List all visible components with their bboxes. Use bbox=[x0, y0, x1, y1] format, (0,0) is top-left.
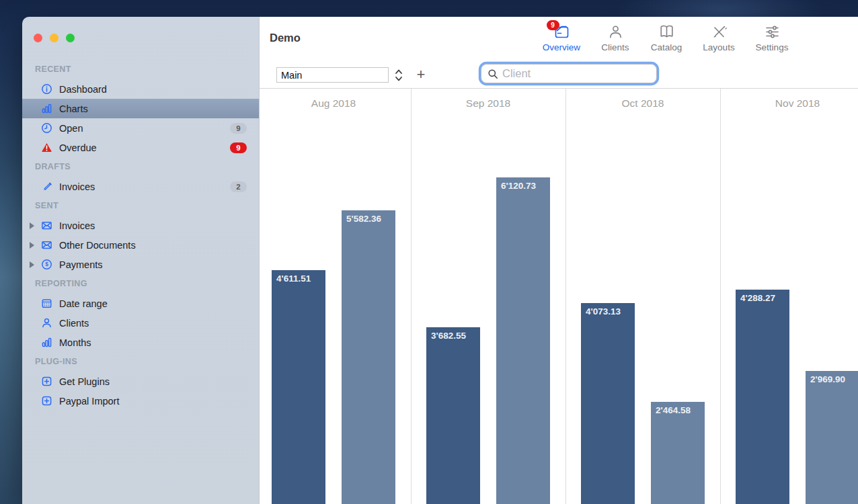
tab-layouts[interactable]: Layouts bbox=[689, 23, 749, 52]
book-icon bbox=[658, 23, 676, 41]
sidebar-nav: RECENTDashboardChartsOpen9Overdue9DRAFTS… bbox=[22, 60, 259, 411]
section-header-sent: SENT bbox=[22, 196, 259, 216]
chart-bar: 6'120.73 bbox=[496, 177, 550, 504]
tab-label: Overview bbox=[543, 42, 580, 52]
window-controls bbox=[34, 34, 75, 42]
envelope-icon bbox=[40, 220, 52, 232]
chart-bar: 3'682.55 bbox=[426, 327, 480, 504]
chart-column-header: Aug 2018 bbox=[260, 97, 411, 110]
search-icon bbox=[488, 69, 498, 79]
section-header-reporting: REPORTING bbox=[22, 274, 259, 294]
dollar-icon: $ bbox=[40, 259, 52, 271]
bar-value-label: 5'582.36 bbox=[342, 210, 395, 224]
section-header-plug-ins: PLUG-INS bbox=[22, 352, 259, 372]
disclosure-triangle-icon[interactable] bbox=[30, 242, 34, 249]
pencil-icon bbox=[40, 181, 52, 193]
warning-icon bbox=[40, 142, 52, 154]
sidebar-item-label: Invoices bbox=[59, 181, 95, 192]
inbox-tray-icon: 9 bbox=[553, 23, 571, 41]
tab-label: Layouts bbox=[703, 42, 734, 52]
sidebar-item-other-documents[interactable]: Other Documents bbox=[22, 235, 259, 255]
stepper-control[interactable] bbox=[394, 68, 403, 83]
app-window: RECENTDashboardChartsOpen9Overdue9DRAFTS… bbox=[22, 17, 858, 504]
calendar-icon bbox=[40, 298, 52, 310]
tab-label: Settings bbox=[756, 42, 789, 52]
info-icon bbox=[40, 83, 52, 95]
section-header-drafts: DRAFTS bbox=[22, 157, 259, 177]
tab-label: Clients bbox=[601, 42, 629, 52]
sidebar-item-payments[interactable]: $Payments bbox=[22, 255, 259, 274]
disclosure-triangle-icon[interactable] bbox=[30, 222, 34, 229]
toolbar: Demo 9OverviewClientsCatalogLayoutsSetti… bbox=[260, 17, 858, 88]
view-select-field[interactable] bbox=[276, 67, 389, 83]
chart-bar: 2'464.58 bbox=[651, 402, 705, 504]
chart-column-header: Sep 2018 bbox=[411, 97, 566, 110]
sidebar-item-label: Other Documents bbox=[59, 240, 136, 251]
section-header-recent: RECENT bbox=[22, 60, 259, 79]
disclosure-triangle-icon[interactable] bbox=[30, 261, 34, 268]
sidebar-item-label: Payments bbox=[59, 259, 102, 270]
add-button[interactable]: + bbox=[413, 65, 429, 84]
notification-badge: 9 bbox=[547, 20, 559, 30]
sidebar-item-open[interactable]: Open9 bbox=[22, 118, 259, 138]
main-content: Demo 9OverviewClientsCatalogLayoutsSetti… bbox=[259, 17, 858, 504]
minimize-window-button[interactable] bbox=[50, 34, 58, 42]
bar-chart-icon bbox=[40, 103, 52, 115]
bar-value-label: 2'969.90 bbox=[806, 371, 858, 384]
sidebar-item-label: Dashboard bbox=[59, 84, 107, 95]
plus-box-icon bbox=[40, 376, 52, 388]
sidebar-item-label: Date range bbox=[59, 298, 108, 309]
count-badge: 9 bbox=[230, 123, 247, 134]
sidebar: RECENTDashboardChartsOpen9Overdue9DRAFTS… bbox=[22, 17, 259, 504]
bar-chart-icon bbox=[40, 337, 52, 349]
sidebar-item-clients[interactable]: Clients bbox=[22, 313, 259, 333]
bar-value-label: 4'073.13 bbox=[581, 303, 635, 317]
sliders-icon bbox=[763, 23, 781, 41]
clock-icon bbox=[40, 122, 52, 134]
envelope-icon bbox=[40, 239, 52, 251]
plus-box-icon bbox=[40, 395, 52, 407]
column-divider bbox=[566, 89, 566, 504]
sidebar-item-label: Invoices bbox=[59, 220, 95, 231]
bar-value-label: 4'288.27 bbox=[736, 290, 789, 303]
sidebar-item-label: Charts bbox=[59, 103, 88, 114]
column-divider bbox=[720, 89, 721, 504]
tab-catalog[interactable]: Catalog bbox=[636, 23, 697, 52]
sidebar-item-get-plugins[interactable]: Get Plugins bbox=[22, 372, 259, 391]
sidebar-item-dashboard[interactable]: Dashboard bbox=[22, 79, 259, 99]
bar-value-label: 4'611.51 bbox=[272, 270, 325, 284]
count-badge: 2 bbox=[230, 181, 247, 192]
sidebar-item-label: Overdue bbox=[59, 142, 97, 153]
sidebar-item-label: Get Plugins bbox=[59, 376, 110, 387]
svg-text:$: $ bbox=[45, 261, 48, 267]
column-divider bbox=[411, 89, 412, 504]
sidebar-item-label: Paypal Import bbox=[59, 396, 119, 407]
sidebar-item-label: Months bbox=[59, 337, 91, 348]
bar-value-label: 3'682.55 bbox=[426, 327, 480, 341]
chart-column-header: Oct 2018 bbox=[566, 97, 720, 110]
sidebar-item-invoices[interactable]: Invoices bbox=[22, 216, 259, 235]
sidebar-item-months[interactable]: Months bbox=[22, 333, 259, 352]
pen-knife-icon bbox=[710, 23, 728, 41]
chart-bar: 5'582.36 bbox=[342, 210, 395, 504]
sidebar-item-overdue[interactable]: Overdue9 bbox=[22, 138, 259, 157]
sidebar-item-paypal-import[interactable]: Paypal Import bbox=[22, 391, 259, 411]
sidebar-item-charts[interactable]: Charts bbox=[22, 99, 259, 118]
search-input[interactable] bbox=[498, 67, 656, 80]
chart-bar: 2'969.90 bbox=[806, 371, 858, 504]
chart-panel: Aug 20184'611.515'582.36Sep 20183'682.55… bbox=[260, 88, 858, 504]
tab-settings[interactable]: Settings bbox=[742, 23, 802, 52]
person-icon bbox=[40, 317, 52, 329]
page-title: Demo bbox=[270, 32, 301, 44]
sidebar-item-invoices[interactable]: Invoices2 bbox=[22, 177, 259, 196]
close-window-button[interactable] bbox=[34, 34, 42, 42]
zoom-window-button[interactable] bbox=[66, 34, 75, 42]
tab-overview[interactable]: 9Overview bbox=[531, 23, 592, 52]
chart-bar: 4'073.13 bbox=[581, 303, 635, 504]
person-icon bbox=[607, 23, 625, 41]
sidebar-item-date-range[interactable]: Date range bbox=[22, 294, 259, 313]
count-badge: 9 bbox=[230, 142, 247, 153]
search-field[interactable] bbox=[481, 64, 657, 83]
bar-value-label: 6'120.73 bbox=[496, 177, 550, 191]
chart-bar: 4'611.51 bbox=[272, 270, 325, 504]
